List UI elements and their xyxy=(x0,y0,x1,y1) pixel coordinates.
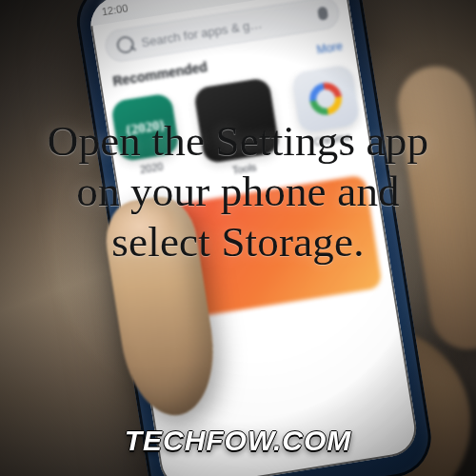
chrome-icon xyxy=(307,80,345,117)
section-more[interactable]: More xyxy=(316,40,344,55)
watermark-text: TECHFOW.COM xyxy=(0,425,476,457)
search-icon xyxy=(115,35,135,55)
status-time: 12:00 xyxy=(101,3,129,17)
image-root: 12:00 Search for apps & g… Recommended M… xyxy=(0,0,476,476)
mic-icon xyxy=(317,6,328,20)
search-placeholder: Search for apps & g… xyxy=(140,17,262,49)
instruction-text: Open the Settings app on your phone and … xyxy=(0,116,476,268)
